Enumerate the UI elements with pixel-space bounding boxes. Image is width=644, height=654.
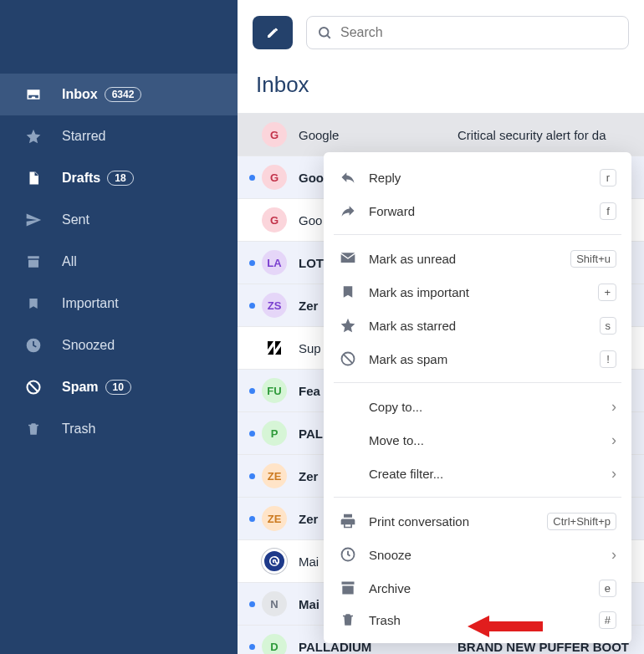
unread-dot — [249, 175, 255, 181]
star-icon — [23, 126, 43, 146]
menu-starred[interactable]: Mark as starred s — [324, 309, 631, 342]
avatar: LA — [262, 250, 287, 275]
paper-plane-icon — [23, 210, 43, 230]
search-input[interactable] — [340, 25, 618, 40]
sidebar-item-inbox[interactable]: Inbox6342 — [0, 74, 238, 115]
menu-forward[interactable]: Forward f — [324, 194, 631, 227]
menu-label: Forward — [369, 204, 600, 218]
compose-button[interactable] — [253, 16, 293, 49]
menu-important[interactable]: Mark as important + — [324, 275, 631, 309]
sidebar-item-drafts[interactable]: Drafts18 — [0, 157, 238, 199]
pencil-icon — [266, 26, 279, 39]
avatar: FU — [262, 378, 287, 403]
archive-icon — [339, 579, 357, 597]
menu-move[interactable]: Move to... › — [324, 423, 631, 457]
email-sender: Google — [299, 128, 457, 142]
menu-key: # — [599, 611, 616, 629]
sidebar-item-label: Important — [62, 296, 119, 311]
unread-dot — [249, 644, 255, 650]
chevron-right-icon: › — [611, 398, 616, 416]
sidebar-item-spam[interactable]: Spam10 — [0, 366, 238, 408]
avatar: G — [262, 122, 287, 147]
avatar: ZE — [262, 506, 287, 531]
menu-trash[interactable]: Trash # — [324, 605, 631, 635]
print-icon — [339, 512, 357, 530]
sidebar-item-important[interactable]: Important — [0, 283, 238, 324]
menu-key: e — [599, 580, 616, 597]
avatar: ZE — [262, 463, 287, 488]
avatar: G — [262, 207, 287, 232]
trash-icon — [23, 419, 43, 439]
menu-label: Copy to... — [369, 400, 611, 414]
menu-archive[interactable]: Archive e — [324, 571, 631, 605]
menu-label: Mark as important — [369, 285, 598, 299]
menu-label: Reply — [369, 171, 600, 185]
avatar: ZS — [262, 293, 287, 318]
menu-label: Mark as starred — [369, 319, 600, 333]
sidebar-item-starred[interactable]: Starred — [0, 115, 238, 157]
ban-icon — [23, 377, 43, 397]
chevron-right-icon: › — [611, 432, 616, 449]
sidebar: Inbox6342StarredDrafts18SentAllImportant… — [0, 0, 238, 654]
menu-key: + — [598, 284, 616, 301]
star-icon — [339, 316, 357, 335]
menu-print[interactable]: Print conversation Ctrl+Shift+p — [324, 504, 631, 538]
trash-icon — [339, 611, 357, 629]
menu-label: Archive — [369, 581, 599, 595]
menu-label: Mark as unread — [369, 252, 570, 266]
sidebar-item-count: 6342 — [105, 87, 142, 102]
avatar: N — [262, 591, 287, 616]
menu-label: Trash — [369, 613, 599, 627]
forward-icon — [339, 202, 357, 220]
avatar: P — [262, 421, 287, 446]
menu-key: Ctrl+Shift+p — [547, 513, 616, 530]
menu-label: Snooze — [369, 548, 611, 562]
email-subject: Critical security alert for da — [457, 128, 644, 142]
menu-reply[interactable]: Reply r — [324, 161, 631, 194]
menu-copy[interactable]: Copy to... › — [324, 390, 631, 423]
menu-key: Shift+u — [570, 250, 616, 268]
chevron-right-icon: › — [611, 465, 616, 483]
menu-snooze[interactable]: Snooze › — [324, 538, 631, 571]
unread-dot — [249, 601, 255, 607]
clock-icon — [339, 545, 357, 564]
sidebar-item-snoozed[interactable]: Snoozed — [0, 324, 238, 366]
bookmark-icon — [339, 283, 357, 301]
email-row[interactable]: GGoogleCritical security alert for da — [238, 114, 644, 156]
menu-key: r — [600, 169, 616, 186]
sidebar-item-label: Sent — [62, 212, 89, 227]
menu-filter[interactable]: Create filter... › — [324, 457, 631, 490]
sidebar-item-sent[interactable]: Sent — [0, 199, 238, 241]
sidebar-item-label: All — [62, 254, 77, 269]
mail-icon — [339, 249, 357, 268]
unread-dot — [249, 431, 255, 437]
search-icon — [317, 25, 332, 40]
file-icon — [23, 168, 43, 188]
bookmark-icon — [23, 294, 43, 314]
unread-dot — [249, 388, 255, 394]
ban-icon — [339, 350, 357, 368]
avatar: G — [262, 165, 287, 190]
reply-icon — [339, 168, 357, 186]
search-box[interactable] — [306, 16, 629, 49]
sidebar-item-label: Spam — [62, 380, 99, 395]
sidebar-item-label: Trash — [62, 422, 95, 437]
sidebar-item-all[interactable]: All — [0, 241, 238, 283]
svg-rect-5 — [264, 338, 284, 358]
menu-key: f — [600, 202, 616, 220]
chevron-right-icon: › — [611, 546, 616, 564]
inbox-icon — [23, 84, 43, 105]
sidebar-item-label: Snoozed — [62, 338, 115, 353]
svg-point-3 — [319, 28, 329, 37]
sidebar-item-label: Drafts — [62, 171, 100, 186]
unread-dot — [249, 303, 255, 309]
page-title: Inbox — [238, 65, 644, 113]
menu-key: s — [600, 317, 617, 335]
menu-label: Mark as spam — [369, 352, 600, 366]
svg-line-8 — [344, 355, 353, 364]
sidebar-item-trash[interactable]: Trash — [0, 408, 238, 450]
menu-spam[interactable]: Mark as spam ! — [324, 342, 631, 376]
context-menu: Reply r Forward f Mark as unread Shift+u… — [324, 152, 631, 643]
menu-unread[interactable]: Mark as unread Shift+u — [324, 242, 631, 275]
sidebar-item-count: 10 — [105, 380, 131, 395]
